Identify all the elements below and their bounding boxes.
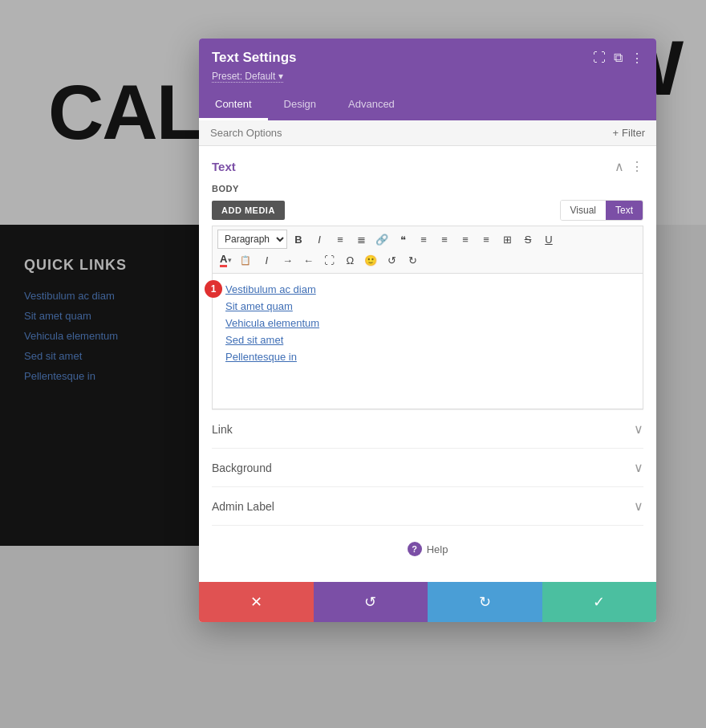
collapse-icon[interactable]: ∧ bbox=[615, 159, 624, 174]
blockquote-button[interactable]: ❝ bbox=[393, 230, 412, 249]
save-button[interactable]: ✓ bbox=[542, 582, 657, 622]
editor-item-4: Sed sit amet bbox=[225, 334, 630, 346]
search-bar: + Filter bbox=[199, 120, 656, 146]
admin-label-chevron: ∨ bbox=[634, 498, 643, 514]
color-a-icon: A bbox=[220, 253, 227, 267]
link-2[interactable]: Sit amet quam bbox=[225, 300, 293, 312]
help-icon: ? bbox=[408, 542, 422, 556]
text-settings-modal: Text Settings ⛶ ⧉ ⋮ Preset: Default ▾ Co… bbox=[199, 39, 656, 622]
redo-icon: ↻ bbox=[479, 593, 491, 611]
toolbar-row-1: Paragraph Heading 1 Heading 2 B I ≡ ≣ 🔗 … bbox=[217, 230, 638, 249]
modal-footer: ✕ ↺ ↻ ✓ bbox=[199, 582, 656, 622]
section-menu-icon[interactable]: ⋮ bbox=[631, 159, 643, 174]
fullscreen-button[interactable]: ⛶ bbox=[319, 250, 339, 270]
text-color-picker[interactable]: A ▾ bbox=[217, 253, 234, 267]
italic2-button[interactable]: I bbox=[257, 250, 276, 270]
editor-top-row: ADD MEDIA Visual Text bbox=[212, 200, 643, 221]
ordered-list-button[interactable]: ≣ bbox=[351, 230, 371, 249]
visual-button[interactable]: Visual bbox=[561, 201, 606, 220]
undo-icon: ↺ bbox=[364, 593, 376, 611]
more-icon[interactable]: ⋮ bbox=[631, 51, 643, 66]
link-label: Link bbox=[212, 423, 233, 436]
editor-item-2: Sit amet quam bbox=[225, 300, 630, 312]
save-icon: ✓ bbox=[593, 593, 605, 611]
admin-label-label: Admin Label bbox=[212, 500, 274, 513]
emoji-button[interactable]: 🙂 bbox=[361, 250, 380, 270]
background-label: Background bbox=[212, 462, 272, 474]
undo-button[interactable]: ↺ bbox=[314, 582, 428, 622]
modal-header: Text Settings ⛶ ⧉ ⋮ Preset: Default ▾ bbox=[199, 39, 656, 90]
visual-text-toggle: Visual Text bbox=[560, 200, 643, 221]
undo-editor-button[interactable]: ↺ bbox=[382, 250, 401, 270]
filter-button[interactable]: + Filter bbox=[613, 127, 645, 139]
unordered-list-button[interactable]: ≡ bbox=[331, 230, 350, 249]
link-4[interactable]: Sed sit amet bbox=[225, 334, 283, 346]
add-media-button[interactable]: ADD MEDIA bbox=[212, 201, 285, 220]
preset-selector[interactable]: Preset: Default ▾ bbox=[212, 71, 643, 82]
background-chevron: ∨ bbox=[634, 460, 643, 475]
link-5[interactable]: Pellentesque in bbox=[225, 351, 297, 363]
table-button[interactable]: ⊞ bbox=[497, 230, 517, 249]
redo-button[interactable]: ↻ bbox=[428, 582, 542, 622]
indent-button[interactable]: → bbox=[278, 250, 297, 270]
paste-plain-button[interactable]: 📋 bbox=[236, 250, 255, 270]
background-section[interactable]: Background ∨ bbox=[212, 448, 643, 486]
redo-editor-button[interactable]: ↻ bbox=[403, 250, 422, 270]
special-chars-button[interactable]: Ω bbox=[340, 250, 359, 270]
modal-tabs: Content Design Advanced bbox=[199, 90, 656, 120]
underline-button[interactable]: U bbox=[539, 230, 558, 249]
editor-item-5: Pellentesque in bbox=[225, 351, 630, 363]
text-button[interactable]: Text bbox=[606, 201, 643, 220]
toolbar-row-2: A ▾ 📋 I → ← ⛶ Ω 🙂 ↺ ↻ bbox=[217, 250, 638, 270]
cancel-button[interactable]: ✕ bbox=[199, 582, 314, 622]
editor-item-3: Vehicula elementum bbox=[225, 317, 630, 329]
editor-toolbar: Paragraph Heading 1 Heading 2 B I ≡ ≣ 🔗 … bbox=[212, 226, 643, 273]
align-left-button[interactable]: ≡ bbox=[414, 230, 433, 249]
color-dropdown-icon: ▾ bbox=[228, 256, 232, 264]
modal-title-row: Text Settings ⛶ ⧉ ⋮ bbox=[212, 50, 643, 66]
paragraph-select[interactable]: Paragraph Heading 1 Heading 2 bbox=[217, 230, 287, 249]
bold-button[interactable]: B bbox=[289, 230, 308, 249]
cancel-icon: ✕ bbox=[250, 593, 262, 611]
preset-label: Preset: Default ▾ bbox=[212, 71, 283, 83]
section-controls: ∧ ⋮ bbox=[615, 159, 643, 174]
editor-item-1: Vestibulum ac diam bbox=[225, 283, 630, 295]
help-text: Help bbox=[427, 543, 448, 555]
link-1[interactable]: Vestibulum ac diam bbox=[225, 283, 316, 295]
text-section-header: Text ∧ ⋮ bbox=[212, 159, 643, 174]
split-icon[interactable]: ⧉ bbox=[614, 51, 623, 65]
help-section[interactable]: ? Help bbox=[212, 525, 643, 569]
expand-icon[interactable]: ⛶ bbox=[593, 51, 606, 65]
plus-icon: + bbox=[613, 127, 619, 139]
modal-header-icons: ⛶ ⧉ ⋮ bbox=[593, 51, 643, 66]
section-title: Text bbox=[212, 160, 236, 173]
modal-title: Text Settings bbox=[212, 50, 296, 66]
link-3[interactable]: Vehicula elementum bbox=[225, 317, 319, 329]
modal-body: Text ∧ ⋮ Body ADD MEDIA Visual Text Para… bbox=[199, 146, 656, 582]
search-input[interactable] bbox=[210, 127, 607, 139]
filter-label: Filter bbox=[622, 127, 645, 139]
body-label: Body bbox=[212, 184, 643, 193]
editor-content[interactable]: 1 Vestibulum ac diam Sit amet quam Vehic… bbox=[212, 273, 643, 409]
align-right-button[interactable]: ≡ bbox=[456, 230, 475, 249]
tab-design[interactable]: Design bbox=[268, 90, 332, 120]
tab-content[interactable]: Content bbox=[199, 90, 268, 120]
link-section[interactable]: Link ∨ bbox=[212, 409, 643, 448]
link-chevron: ∨ bbox=[634, 421, 643, 437]
number-badge: 1 bbox=[205, 280, 222, 298]
admin-label-section[interactable]: Admin Label ∨ bbox=[212, 486, 643, 525]
tab-advanced[interactable]: Advanced bbox=[332, 90, 411, 120]
align-justify-button[interactable]: ≡ bbox=[477, 230, 496, 249]
align-center-button[interactable]: ≡ bbox=[435, 230, 454, 249]
italic-button[interactable]: I bbox=[310, 230, 329, 249]
strikethrough-button[interactable]: S bbox=[518, 230, 538, 249]
link-button[interactable]: 🔗 bbox=[372, 230, 392, 249]
outdent-button[interactable]: ← bbox=[298, 250, 318, 270]
